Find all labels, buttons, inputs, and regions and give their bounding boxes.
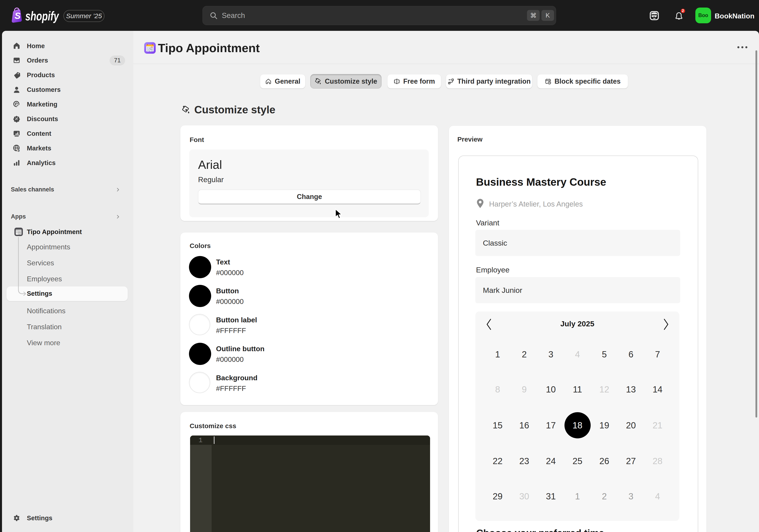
svg-text:$: $ bbox=[17, 148, 20, 152]
svg-text:shopify: shopify bbox=[25, 9, 59, 23]
svg-text:S: S bbox=[15, 11, 20, 20]
